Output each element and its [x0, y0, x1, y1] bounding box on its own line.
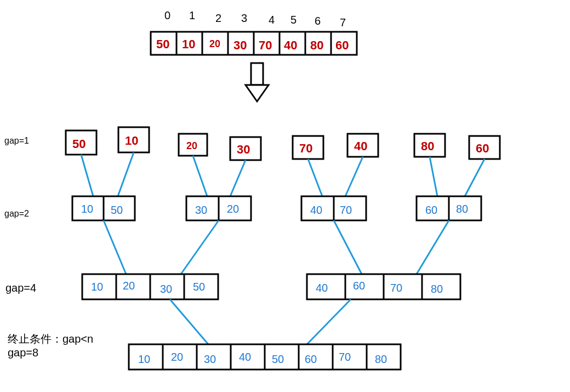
top-cell-0: 50 [156, 37, 169, 51]
g2-1-1: 20 [227, 203, 239, 215]
top-cell-7: 60 [335, 38, 349, 52]
g1-cell-4: 70 [299, 141, 312, 155]
g4-0-0: 10 [91, 281, 103, 293]
g2-1-0: 30 [195, 204, 207, 216]
g1-cell-0: 50 [72, 137, 86, 151]
g2-0-0: 10 [81, 203, 93, 215]
g2-3-0: 60 [425, 204, 437, 216]
g1-cell-6: 80 [421, 139, 434, 153]
label-gap1: gap=1 [4, 136, 29, 145]
g4-1-1: 60 [353, 280, 365, 292]
g4-1-0: 40 [316, 282, 328, 294]
g8-5: 60 [305, 353, 317, 365]
g2-0-1: 50 [111, 204, 123, 216]
g1-cell-7: 60 [476, 141, 489, 155]
g4-0-2: 30 [160, 283, 172, 295]
g4-1-3: 80 [431, 283, 443, 295]
svg-line-23 [345, 157, 363, 196]
row-gap8: 10 20 30 40 50 60 70 80 [129, 344, 401, 370]
row-gap1: 50 10 20 30 70 40 80 60 [66, 127, 500, 160]
index-3: 3 [241, 12, 247, 24]
top-cell-4: 70 [259, 38, 272, 52]
svg-line-47 [307, 299, 351, 344]
index-2: 2 [215, 12, 221, 24]
top-cell-6: 80 [310, 38, 323, 52]
g8-2: 30 [204, 353, 216, 365]
g8-3: 40 [239, 351, 251, 363]
g8-7: 80 [375, 353, 387, 365]
g8-0: 10 [138, 353, 150, 365]
index-1: 1 [189, 9, 195, 21]
top-cell-2: 20 [209, 38, 220, 49]
g4-1-2: 70 [390, 282, 402, 294]
svg-line-24 [430, 157, 437, 196]
svg-line-46 [170, 299, 208, 344]
svg-line-18 [81, 155, 93, 196]
svg-marker-9 [246, 85, 269, 101]
g8-1: 20 [171, 351, 183, 363]
g4-0-3: 50 [193, 281, 205, 293]
g1-cell-1: 10 [125, 134, 138, 147]
top-cell-3: 30 [233, 38, 247, 52]
svg-line-20 [193, 156, 207, 196]
svg-line-36 [334, 220, 362, 274]
svg-line-34 [104, 220, 126, 274]
g1-cell-5: 40 [354, 139, 367, 153]
g8-6: 70 [339, 351, 351, 363]
label-terminate: 终止条件：gap<n [8, 333, 93, 345]
g1-cell-3: 30 [237, 143, 250, 156]
label-gap4: gap=4 [5, 282, 36, 294]
index-6: 6 [315, 15, 321, 27]
row-gap2: 10 50 30 20 40 70 60 80 [72, 196, 481, 220]
connectors-2-4 [104, 220, 449, 274]
svg-line-37 [417, 220, 449, 274]
g2-2-0: 40 [310, 204, 322, 216]
index-5: 5 [290, 14, 297, 26]
g1-cell-2: 20 [186, 140, 197, 151]
index-0: 0 [164, 9, 170, 21]
svg-rect-8 [251, 63, 263, 85]
down-arrow-icon [246, 63, 269, 101]
svg-line-21 [230, 160, 246, 196]
g8-4: 50 [272, 353, 284, 365]
svg-line-19 [118, 152, 134, 196]
top-cell-1: 10 [182, 37, 195, 51]
label-gap2: gap=2 [4, 209, 29, 218]
top-array: 50 10 20 30 70 40 80 60 [151, 32, 357, 55]
connectors-4-8 [170, 299, 351, 344]
connectors-1-2 [81, 152, 485, 196]
svg-line-25 [465, 159, 485, 196]
g2-2-1: 70 [340, 204, 352, 216]
g2-3-1: 80 [456, 203, 468, 215]
label-gap8: gap=8 [8, 346, 38, 359]
index-4: 4 [269, 14, 275, 26]
svg-line-22 [308, 159, 322, 196]
top-cell-5: 40 [284, 38, 297, 52]
index-7: 7 [340, 16, 346, 29]
g4-0-1: 20 [123, 280, 135, 292]
row-gap4: 10 20 30 50 40 60 70 80 [82, 274, 460, 299]
svg-line-35 [181, 220, 219, 274]
